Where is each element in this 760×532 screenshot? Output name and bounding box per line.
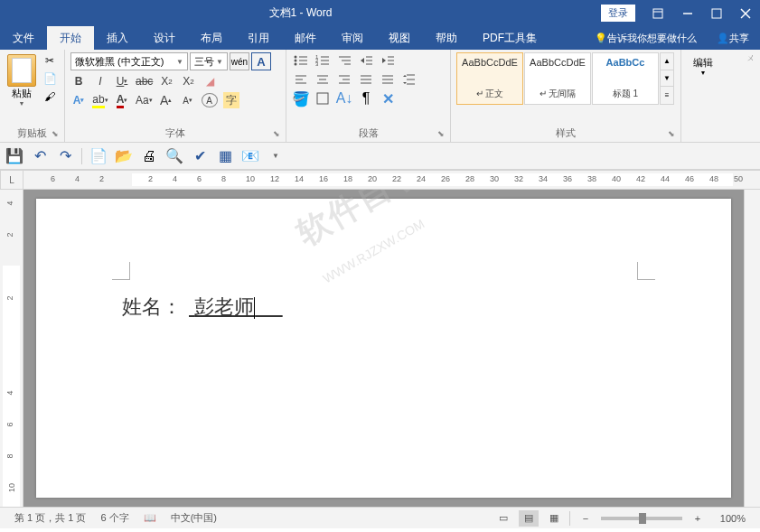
- font-name-combo[interactable]: 微软雅黑 (中文正文)▼: [70, 52, 188, 70]
- show-marks-button[interactable]: ¶: [357, 90, 375, 107]
- draw-table-button[interactable]: ▦: [216, 147, 234, 165]
- grow-font-button[interactable]: A▴: [158, 92, 174, 108]
- bullets-button[interactable]: [292, 52, 310, 69]
- bold-button[interactable]: B: [70, 73, 87, 89]
- style-nospacing[interactable]: AaBbCcDdE ↵ 无间隔: [524, 52, 591, 105]
- cut-button[interactable]: ✂: [40, 52, 60, 69]
- qat-email-button[interactable]: 📧: [241, 147, 259, 165]
- line-spacing-button[interactable]: [400, 71, 418, 88]
- tab-home[interactable]: 开始: [47, 26, 94, 50]
- save-button[interactable]: 💾: [5, 147, 23, 165]
- clear-format-button[interactable]: ◢: [202, 73, 218, 89]
- tab-pdf[interactable]: PDF工具集: [470, 26, 549, 50]
- tab-help[interactable]: 帮助: [423, 26, 470, 50]
- edit-menu-button[interactable]: 编辑 ▼: [687, 52, 719, 79]
- read-mode-button[interactable]: ▭: [493, 510, 513, 527]
- italic-button[interactable]: I: [92, 73, 108, 89]
- increase-indent-button[interactable]: [379, 52, 397, 69]
- clipboard-dialog-launcher[interactable]: ⬊: [52, 129, 62, 140]
- document-text[interactable]: 姓名： 彭老师: [122, 294, 290, 321]
- zoom-slider[interactable]: [601, 517, 682, 520]
- minimize-icon[interactable]: [673, 0, 702, 26]
- svg-marker-21: [361, 58, 364, 63]
- character-border-button[interactable]: A: [251, 52, 271, 70]
- tab-review[interactable]: 审阅: [329, 26, 376, 50]
- page-count[interactable]: 第 1 页，共 1 页: [7, 511, 93, 525]
- quick-print-button[interactable]: 🖨: [140, 147, 158, 165]
- ribbon-display-icon[interactable]: [643, 0, 673, 26]
- word-count[interactable]: 6 个字: [93, 511, 136, 525]
- asian-layout-button[interactable]: ✕: [379, 90, 397, 107]
- align-left-button[interactable]: [292, 71, 310, 88]
- enclosed-char-button[interactable]: A: [202, 93, 218, 107]
- copy-button[interactable]: 📄: [40, 70, 60, 87]
- zoom-level[interactable]: 100%: [713, 513, 753, 524]
- align-center-button[interactable]: [314, 71, 332, 88]
- vertical-scrollbar[interactable]: [744, 190, 760, 507]
- sort-button[interactable]: A↓: [335, 90, 353, 107]
- font-color-button[interactable]: A▾: [114, 92, 130, 108]
- zoom-out-button[interactable]: −: [576, 510, 596, 527]
- open-button[interactable]: 📂: [115, 147, 133, 165]
- spelling-button[interactable]: ✔: [191, 147, 209, 165]
- styles-scroll-up[interactable]: ▲: [661, 53, 673, 70]
- tell-me-search[interactable]: 💡 告诉我你想要做什么: [586, 32, 706, 45]
- decrease-indent-button[interactable]: [357, 52, 375, 69]
- shrink-font-button[interactable]: A▾: [180, 92, 196, 108]
- tab-mailings[interactable]: 邮件: [282, 26, 329, 50]
- tab-design[interactable]: 设计: [141, 26, 188, 50]
- superscript-button[interactable]: X2: [180, 73, 196, 89]
- document-canvas[interactable]: 软件自学网 WWW.RJZXW.COM 姓名： 彭老师: [23, 190, 744, 507]
- qat-more-button[interactable]: ▼: [267, 147, 285, 165]
- new-button[interactable]: 📄: [89, 147, 108, 165]
- share-button[interactable]: 👤 共享: [706, 32, 760, 45]
- multilevel-list-button[interactable]: [335, 52, 353, 69]
- style-heading1[interactable]: AaBbCc 标题 1: [592, 52, 659, 105]
- redo-button[interactable]: ↷: [56, 147, 74, 165]
- distributed-button[interactable]: [379, 71, 397, 88]
- phonetic-guide-button[interactable]: wén: [230, 52, 249, 70]
- proofing-button[interactable]: 📖: [136, 512, 164, 524]
- tab-view[interactable]: 视图: [376, 26, 423, 50]
- font-dialog-launcher[interactable]: ⬊: [273, 129, 284, 140]
- style-normal[interactable]: AaBbCcDdE ↵ 正文: [456, 52, 523, 105]
- font-size-combo[interactable]: 三号▼: [190, 52, 228, 70]
- paste-button[interactable]: 粘贴 ▼: [5, 52, 38, 108]
- strikethrough-button[interactable]: abc: [136, 73, 153, 89]
- tab-layout[interactable]: 布局: [188, 26, 235, 50]
- text-effects-button[interactable]: A▾: [70, 92, 87, 108]
- page[interactable]: 软件自学网 WWW.RJZXW.COM 姓名： 彭老师: [36, 199, 731, 498]
- styles-dialog-launcher[interactable]: ⬊: [668, 129, 679, 140]
- justify-button[interactable]: [357, 71, 375, 88]
- zoom-slider-thumb[interactable]: [639, 513, 646, 524]
- zoom-in-button[interactable]: +: [688, 510, 708, 527]
- subscript-button[interactable]: X2: [158, 73, 174, 89]
- align-right-button[interactable]: [335, 71, 353, 88]
- close-icon[interactable]: [731, 0, 760, 26]
- borders-button[interactable]: [314, 90, 332, 107]
- styles-expand[interactable]: ≡: [661, 87, 673, 104]
- tab-selector[interactable]: L: [0, 170, 23, 190]
- char-shading-button[interactable]: 字: [223, 92, 239, 108]
- highlight-button[interactable]: ab▾: [92, 92, 108, 108]
- numbering-button[interactable]: 123: [314, 52, 332, 69]
- tab-insert[interactable]: 插入: [94, 26, 141, 50]
- vertical-ruler[interactable]: 42246810: [0, 190, 23, 507]
- print-preview-button[interactable]: 🔍: [165, 147, 183, 165]
- login-button[interactable]: 登录: [601, 5, 635, 22]
- styles-scroll-down[interactable]: ▼: [661, 70, 673, 88]
- print-layout-button[interactable]: ▤: [519, 510, 539, 527]
- format-painter-button[interactable]: 🖌: [40, 89, 60, 105]
- tab-references[interactable]: 引用: [235, 26, 282, 50]
- horizontal-ruler[interactable]: 6422468101214161820222426283032343638404…: [23, 170, 760, 190]
- language-button[interactable]: 中文(中国): [164, 511, 224, 525]
- paragraph-dialog-launcher[interactable]: ⬊: [437, 129, 448, 140]
- maximize-icon[interactable]: [702, 0, 731, 26]
- undo-button[interactable]: ↶: [31, 147, 49, 165]
- web-layout-button[interactable]: ▦: [544, 510, 564, 527]
- tab-file[interactable]: 文件: [0, 26, 47, 50]
- change-case-button[interactable]: Aa▾: [136, 92, 153, 108]
- underline-button[interactable]: U▾: [114, 73, 130, 89]
- collapse-ribbon-icon[interactable]: ㄨ: [746, 52, 755, 64]
- shading-button[interactable]: 🪣: [292, 90, 310, 107]
